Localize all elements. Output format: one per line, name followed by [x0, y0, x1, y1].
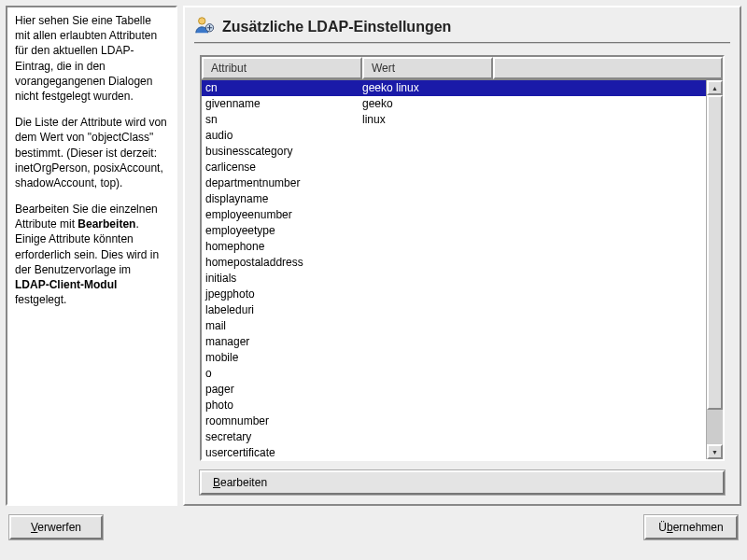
- cell-attribute: homephone: [204, 239, 362, 255]
- cell-attribute: audio: [204, 128, 362, 144]
- column-header-spacer: [493, 57, 723, 79]
- cell-attribute: cn: [204, 80, 362, 96]
- table-row[interactable]: manager: [202, 334, 706, 350]
- cell-attribute: jpegphoto: [204, 287, 362, 302]
- cell-attribute: homepostaladdress: [204, 255, 362, 271]
- user-icon: [194, 15, 215, 38]
- edit-button[interactable]: Bearbeiten: [200, 470, 725, 495]
- cell-attribute: employeenumber: [204, 207, 362, 223]
- table-row[interactable]: homepostaladdress: [202, 255, 706, 271]
- cell-attribute: labeleduri: [204, 302, 362, 318]
- table-row[interactable]: photo: [202, 398, 706, 413]
- cell-attribute: sn: [204, 112, 362, 128]
- cell-attribute: businesscategory: [204, 144, 362, 160]
- attribute-table: Attribut Wert cngeeko linuxgivennamegeek…: [200, 55, 725, 461]
- table-header: Attribut Wert: [202, 57, 723, 79]
- scroll-up-button[interactable]: ▲: [707, 80, 723, 95]
- cell-value: geeko linux: [362, 80, 419, 96]
- cell-attribute: mail: [204, 318, 362, 334]
- table-row[interactable]: homephone: [202, 239, 706, 255]
- table-body[interactable]: cngeeko linuxgivennamegeekosnlinuxaudiob…: [202, 80, 706, 459]
- cell-attribute: secretary: [204, 429, 362, 445]
- accept-button[interactable]: Übernehmen: [644, 515, 738, 539]
- table-row[interactable]: givennamegeeko: [202, 96, 706, 112]
- column-header-value[interactable]: Wert: [362, 57, 493, 79]
- panel-title: Zusätzliche LDAP-Einstellungen: [222, 19, 451, 35]
- help-para-1: Hier sehen Sie eine Tabelle mit allen er…: [15, 13, 168, 104]
- table-row[interactable]: departmentnumber: [202, 175, 706, 191]
- bottom-bar: Verwerfen Übernehmen: [6, 506, 741, 539]
- scroll-track[interactable]: [707, 95, 723, 444]
- cell-attribute: o: [204, 366, 362, 382]
- cell-attribute: manager: [204, 334, 362, 350]
- table-row[interactable]: employeetype: [202, 223, 706, 239]
- scroll-thumb[interactable]: [707, 95, 723, 410]
- help-panel: Hier sehen Sie eine Tabelle mit allen er…: [6, 6, 177, 506]
- vertical-scrollbar[interactable]: ▲ ▼: [706, 80, 723, 459]
- svg-point-0: [199, 18, 205, 24]
- cell-attribute: roomnumber: [204, 413, 362, 429]
- abort-button[interactable]: Verwerfen: [9, 515, 103, 539]
- table-row[interactable]: carlicense: [202, 160, 706, 175]
- cell-attribute: photo: [204, 398, 362, 413]
- cell-attribute: initials: [204, 271, 362, 287]
- settings-panel: Zusätzliche LDAP-Einstellungen Attribut …: [183, 6, 741, 506]
- table-row[interactable]: secretary: [202, 429, 706, 445]
- column-header-attribute[interactable]: Attribut: [202, 57, 362, 79]
- scroll-down-button[interactable]: ▼: [707, 444, 723, 459]
- cell-attribute: employeetype: [204, 223, 362, 239]
- help-bold-edit: Bearbeiten: [78, 217, 135, 231]
- table-row[interactable]: businesscategory: [202, 144, 706, 160]
- cell-attribute: pager: [204, 382, 362, 398]
- help-bold-module: LDAP-Client-Modul: [15, 278, 117, 291]
- table-row[interactable]: snlinux: [202, 112, 706, 128]
- table-row[interactable]: audio: [202, 128, 706, 144]
- cell-attribute: mobile: [204, 350, 362, 366]
- table-row[interactable]: displayname: [202, 191, 706, 207]
- table-row[interactable]: pager: [202, 382, 706, 398]
- help-text: festgelegt.: [15, 293, 66, 306]
- table-row[interactable]: cngeeko linux: [202, 80, 706, 96]
- table-row[interactable]: o: [202, 366, 706, 382]
- table-row[interactable]: roomnumber: [202, 413, 706, 429]
- table-row[interactable]: jpegphoto: [202, 287, 706, 302]
- table-row[interactable]: labeleduri: [202, 302, 706, 318]
- table-row[interactable]: usercertificate: [202, 445, 706, 459]
- panel-header: Zusätzliche LDAP-Einstellungen: [194, 13, 730, 44]
- cell-attribute: usercertificate: [204, 445, 362, 459]
- table-row[interactable]: mail: [202, 318, 706, 334]
- cell-attribute: givenname: [204, 96, 362, 112]
- cell-attribute: carlicense: [204, 160, 362, 175]
- help-para-3: Bearbeiten Sie die einzelnen Attribute m…: [15, 202, 168, 307]
- cell-attribute: displayname: [204, 191, 362, 207]
- table-row[interactable]: mobile: [202, 350, 706, 366]
- help-para-2: Die Liste der Attribute wird von dem Wer…: [15, 115, 168, 190]
- cell-attribute: departmentnumber: [204, 175, 362, 191]
- table-row[interactable]: employeenumber: [202, 207, 706, 223]
- cell-value: linux: [362, 112, 386, 128]
- cell-value: geeko: [362, 96, 393, 112]
- table-row[interactable]: initials: [202, 271, 706, 287]
